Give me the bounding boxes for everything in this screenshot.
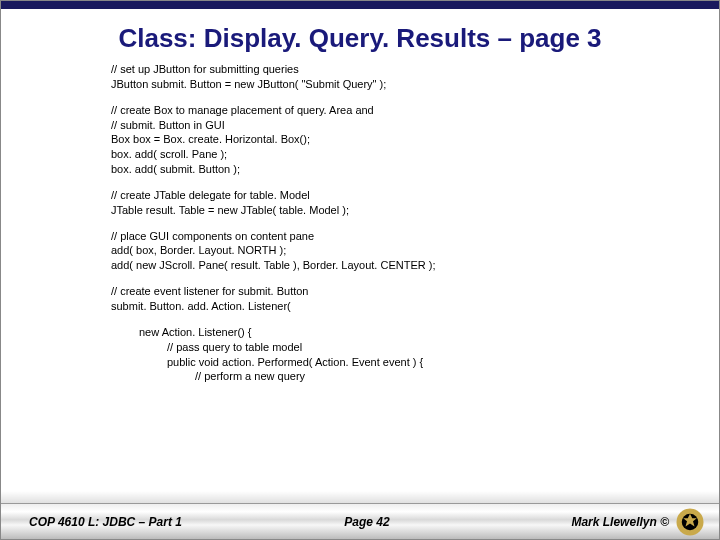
code-block: // place GUI components on content pane …: [111, 229, 719, 274]
code-line: // pass query to table model: [111, 340, 719, 355]
top-accent-bar: [1, 1, 719, 9]
code-line: add( box, Border. Layout. NORTH );: [111, 243, 719, 258]
code-line: public void action. Performed( Action. E…: [111, 355, 719, 370]
code-line: box. add( submit. Button );: [111, 162, 719, 177]
code-block: // create event listener for submit. But…: [111, 284, 719, 314]
footer-course: COP 4610 L: JDBC – Part 1: [29, 515, 254, 529]
footer-page: Page 42: [254, 515, 479, 529]
code-line: // create JTable delegate for table. Mod…: [111, 188, 719, 203]
ucf-logo-icon: [675, 507, 705, 537]
code-line: JTable result. Table = new JTable( table…: [111, 203, 719, 218]
code-line: new Action. Listener() {: [111, 325, 719, 340]
code-line: // place GUI components on content pane: [111, 229, 719, 244]
code-block: // create Box to manage placement of que…: [111, 103, 719, 177]
footer-content: COP 4610 L: JDBC – Part 1 Page 42 Mark L…: [1, 507, 719, 537]
slide-frame: Class: Display. Query. Results – page 3 …: [0, 0, 720, 540]
code-line: Box box = Box. create. Horizontal. Box()…: [111, 132, 719, 147]
footer-bar: COP 4610 L: JDBC – Part 1 Page 42 Mark L…: [1, 503, 719, 539]
code-line: // create event listener for submit. But…: [111, 284, 719, 299]
code-line: box. add( scroll. Pane );: [111, 147, 719, 162]
code-block: // create JTable delegate for table. Mod…: [111, 188, 719, 218]
code-line: // create Box to manage placement of que…: [111, 103, 719, 118]
code-line: submit. Button. add. Action. Listener(: [111, 299, 719, 314]
code-line: add( new JScroll. Pane( result. Table ),…: [111, 258, 719, 273]
code-block: // set up JButton for submitting queries…: [111, 62, 719, 92]
code-body: // set up JButton for submitting queries…: [1, 62, 719, 384]
code-line: // set up JButton for submitting queries: [111, 62, 719, 77]
footer-shadow: [1, 491, 719, 503]
code-line: JButton submit. Button = new JButton( "S…: [111, 77, 719, 92]
footer-author: Mark Llewellyn ©: [571, 515, 669, 529]
code-line: // perform a new query: [111, 369, 719, 384]
code-line: // submit. Button in GUI: [111, 118, 719, 133]
slide-title: Class: Display. Query. Results – page 3: [1, 9, 719, 62]
footer-right-wrap: Mark Llewellyn ©: [480, 507, 705, 537]
code-block: new Action. Listener() { // pass query t…: [111, 325, 719, 384]
